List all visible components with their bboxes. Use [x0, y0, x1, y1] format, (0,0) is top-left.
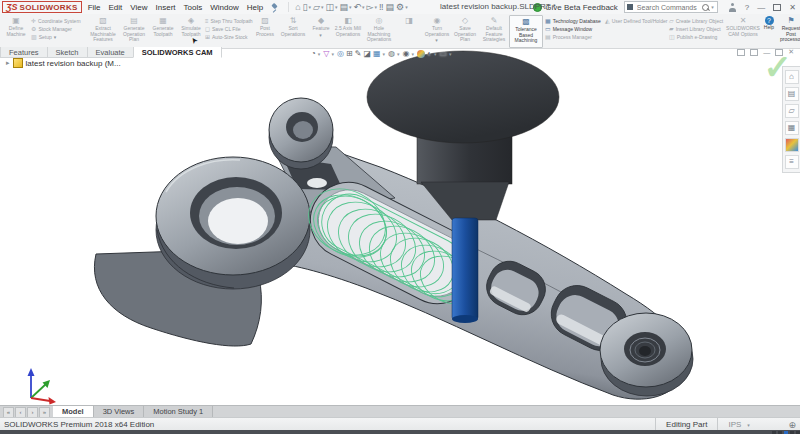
chevron-down-icon[interactable]: ▾: [434, 51, 437, 57]
ribbon-generate-toolpath[interactable]: ▦Generate Toolpath: [149, 15, 177, 48]
hide-show-items-icon[interactable]: ◉: [403, 49, 410, 58]
zoom-to-fit-icon[interactable]: ◎: [337, 49, 344, 58]
chevron-down-icon[interactable]: ▾: [405, 4, 408, 10]
save-icon[interactable]: ◫: [325, 2, 334, 12]
minimize-icon[interactable]: —: [757, 3, 765, 12]
search-input[interactable]: [635, 3, 700, 12]
file-properties-icon[interactable]: ▤: [386, 2, 395, 12]
ribbon-save-cl-file[interactable]: ◻Save CL File: [205, 26, 253, 32]
ribbon-tolerance-based-machining[interactable]: ▩Tolerance Based Machining: [509, 15, 543, 48]
ribbon-25-axis-mill[interactable]: ◧2.5 Axis Mill Operations: [333, 15, 363, 48]
user-account-icon[interactable]: [728, 3, 737, 12]
edit-appearance-icon[interactable]: [417, 50, 425, 58]
display-style-icon[interactable]: ◍: [388, 49, 395, 58]
chevron-down-icon[interactable]: ▾: [412, 51, 415, 57]
chevron-down-icon[interactable]: ▾: [383, 51, 386, 57]
ribbon-stock-manager[interactable]: ⚙Stock Manager: [31, 26, 85, 32]
menu-file[interactable]: File: [84, 3, 105, 12]
tab-scroll-first-icon[interactable]: «: [3, 407, 14, 418]
chevron-down-icon[interactable]: ▾: [397, 51, 400, 57]
tab-sketch[interactable]: Sketch: [47, 47, 88, 58]
ribbon-cam-options[interactable]: ✕SOLIDWORKS CAM Options: [725, 15, 761, 48]
menu-help[interactable]: Help: [243, 3, 267, 12]
ribbon-feature[interactable]: ◆Feature▾: [309, 15, 333, 48]
ribbon-user-defined-tool-holder[interactable]: ◭User Defined Tool/Holder: [605, 18, 667, 24]
chevron-down-icon[interactable]: ▾: [449, 51, 452, 57]
print-icon[interactable]: ▤: [340, 2, 349, 12]
search-commands-box[interactable]: ▾: [624, 1, 718, 13]
doc-window-icon[interactable]: [750, 49, 758, 56]
chevron-down-icon[interactable]: ▾: [362, 4, 365, 10]
select-icon[interactable]: ▻: [367, 2, 374, 12]
chevron-down-icon[interactable]: ▾: [309, 4, 312, 10]
solidworks-resources-icon[interactable]: ⌂: [785, 70, 799, 84]
menu-tools[interactable]: Tools: [180, 3, 207, 12]
doc-window-icon[interactable]: [737, 49, 745, 56]
tab-features[interactable]: Features: [0, 47, 48, 58]
graphics-viewport[interactable]: ◔▾ ▽▾ ◎ ⊞ ✎ ◪ ▦▾ ◍▾ ◉▾ ◐▾ ▭▾ ▸ latest re…: [0, 0, 800, 434]
doc-minimize-icon[interactable]: —: [763, 49, 770, 56]
menu-view[interactable]: View: [126, 3, 151, 12]
tab-scroll-last-icon[interactable]: »: [39, 407, 50, 418]
chevron-down-icon[interactable]: ▾: [335, 4, 338, 10]
ribbon-coordinate-system[interactable]: ✛Coordinate System: [31, 18, 85, 24]
new-file-icon[interactable]: ▯: [303, 2, 308, 12]
chevron-down-icon[interactable]: ▾: [349, 4, 352, 10]
design-library-icon[interactable]: ▤: [785, 87, 799, 101]
help-icon[interactable]: ?: [745, 3, 749, 12]
section-view-icon[interactable]: ◪: [363, 49, 371, 58]
ribbon-post-process[interactable]: ▨Post Process: [253, 15, 277, 48]
doc-restore-icon[interactable]: [775, 49, 783, 56]
ribbon-step-thru-toolpath[interactable]: ≡Step Thru Toolpath: [205, 18, 253, 24]
ribbon-publish-edrawing[interactable]: ◫Publish e-Drawing: [669, 34, 723, 40]
chevron-down-icon[interactable]: ▾: [332, 51, 335, 57]
ribbon-help[interactable]: ?Help: [761, 15, 777, 48]
home-icon[interactable]: ⌂: [295, 2, 300, 12]
doc-close-icon[interactable]: ✕: [788, 48, 794, 56]
ribbon-turn-operations[interactable]: ◉Turn Operations▾: [423, 15, 451, 48]
appearances-scenes-icon[interactable]: [785, 138, 799, 152]
ribbon-generate-operation-plan[interactable]: ▤Generate Operation Plan: [119, 15, 149, 48]
feature-tree-root-label[interactable]: latest revision backup (M...: [26, 59, 121, 68]
chevron-down-icon[interactable]: ▾: [375, 4, 378, 10]
options-gear-icon[interactable]: ⚙: [396, 2, 404, 12]
file-explorer-icon[interactable]: ▱: [785, 104, 799, 118]
ribbon-extract-machinable-features[interactable]: ▧Extract Machinable Features: [87, 15, 119, 48]
restore-icon[interactable]: [773, 4, 781, 11]
apply-scene-icon[interactable]: ◐: [427, 49, 432, 58]
close-icon[interactable]: ✕: [789, 3, 796, 12]
view-selector-icon[interactable]: ◔: [311, 49, 316, 58]
tab-scroll-prev-icon[interactable]: ‹: [15, 407, 26, 418]
view-palette-icon[interactable]: ▦: [785, 121, 799, 135]
rebuild-icon[interactable]: ‼: [379, 2, 384, 12]
search-icon[interactable]: [702, 4, 709, 11]
ribbon-save-operation-plan[interactable]: ◇Save Operation Plan: [451, 15, 479, 48]
chevron-down-icon[interactable]: ▾: [711, 4, 714, 10]
zoom-to-area-icon[interactable]: ⊞: [346, 49, 353, 58]
measure-icon[interactable]: ✎: [355, 49, 362, 58]
tab-evaluate[interactable]: Evaluate: [87, 47, 134, 58]
ribbon-request-postprocessor[interactable]: ⚑Request Post processor: [777, 15, 800, 48]
menu-window[interactable]: Window: [206, 3, 242, 12]
view-orientation-icon[interactable]: ▦: [373, 49, 381, 58]
chevron-down-icon[interactable]: ▾: [321, 4, 324, 10]
selection-filter-icon[interactable]: ▽: [323, 49, 329, 58]
pin-menu-icon[interactable]: [270, 2, 279, 13]
ribbon-message-window[interactable]: ▭Message Window: [545, 26, 603, 32]
ribbon-hole-machining[interactable]: ◎Hole Machining Operations: [363, 15, 395, 48]
ribbon-auto-size-stock[interactable]: ⊞Auto-Size Stock: [205, 34, 253, 40]
ribbon-technology-database[interactable]: ▦Technology Database: [545, 18, 603, 24]
menu-edit[interactable]: Edit: [105, 3, 127, 12]
chevron-down-icon[interactable]: ▾: [318, 51, 321, 57]
ribbon-default-feature-strategies[interactable]: ✎Default Feature Strategies: [479, 15, 509, 48]
ribbon-setup[interactable]: ▥Setup▾: [31, 34, 85, 40]
ribbon-process-manager[interactable]: ▤Process Manager: [545, 34, 603, 40]
globe-icon[interactable]: ⊕: [788, 420, 796, 430]
expand-arrow-icon[interactable]: ▸: [6, 59, 10, 67]
ribbon-define-machine[interactable]: ▣Define Machine: [1, 15, 31, 48]
tab-solidworks-cam[interactable]: SOLIDWORKS CAM: [133, 47, 222, 58]
undo-icon[interactable]: ↶: [354, 2, 362, 12]
ribbon-3-axis-mill[interactable]: ◨: [395, 15, 423, 48]
custom-properties-icon[interactable]: ≡: [785, 155, 799, 169]
ribbon-insert-library-object[interactable]: ▰Insert Library Object: [669, 26, 723, 32]
